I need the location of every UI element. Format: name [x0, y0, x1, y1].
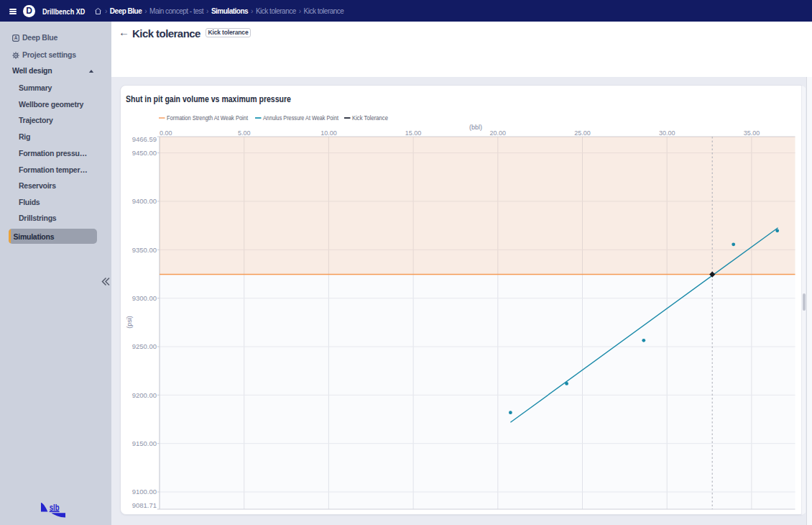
svg-text:10.00: 10.00: [320, 129, 337, 137]
svg-text:25.00: 25.00: [574, 129, 591, 137]
svg-text:9350.00: 9350.00: [132, 246, 157, 254]
svg-text:9300.00: 9300.00: [132, 294, 157, 302]
svg-text:A: A: [14, 35, 18, 40]
svg-text:9200.00: 9200.00: [132, 391, 157, 399]
svg-text:15.00: 15.00: [405, 129, 422, 137]
svg-text:9400.00: 9400.00: [132, 197, 157, 205]
svg-text:30.00: 30.00: [659, 129, 675, 137]
svg-text:9100.00: 9100.00: [132, 488, 157, 496]
svg-text:20.00: 20.00: [490, 129, 507, 137]
svg-text:9466.59: 9466.59: [132, 135, 157, 143]
svg-text:slb: slb: [50, 502, 60, 513]
svg-text:Formation Strength At Weak Poi: Formation Strength At Weak Point: [167, 114, 248, 122]
svg-text:Annulus Pressure At Weak Point: Annulus Pressure At Weak Point: [263, 114, 338, 122]
svg-text:9250.00: 9250.00: [132, 342, 157, 350]
svg-text:(psi): (psi): [126, 316, 133, 329]
svg-text:35.00: 35.00: [744, 129, 760, 137]
svg-text:9450.00: 9450.00: [132, 149, 157, 157]
svg-text:(bbl): (bbl): [469, 124, 482, 131]
svg-text:9150.00: 9150.00: [132, 439, 157, 447]
svg-text:5.00: 5.00: [238, 129, 251, 137]
svg-text:0.00: 0.00: [160, 129, 172, 137]
svg-text:9081.71: 9081.71: [132, 501, 157, 509]
svg-text:Kick Tolerance: Kick Tolerance: [352, 114, 388, 122]
